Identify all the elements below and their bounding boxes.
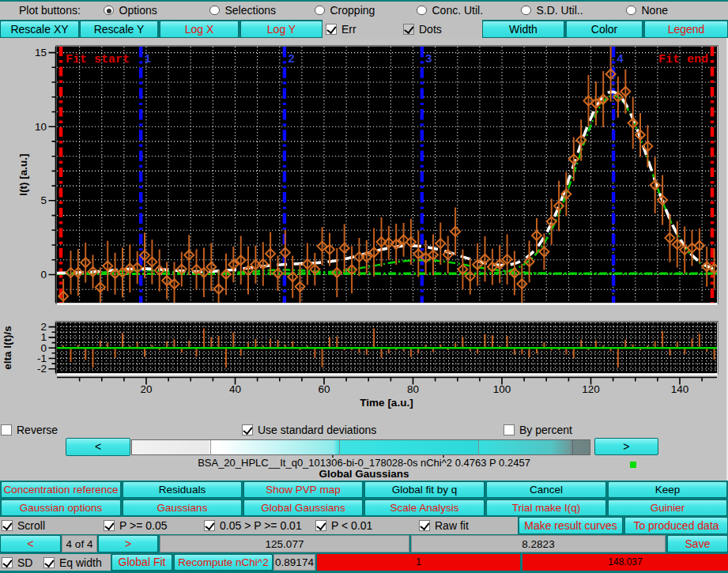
svg-text:2: 2 [288, 53, 295, 66]
svg-text:120: 120 [582, 383, 600, 395]
svg-text:100: 100 [493, 383, 511, 395]
svg-text:140: 140 [671, 383, 689, 395]
svg-text:Time [a.u.]: Time [a.u.] [360, 397, 413, 409]
svg-text:Fit start: Fit start [66, 53, 130, 66]
svg-text:4: 4 [617, 53, 624, 66]
svg-text:0: 0 [40, 269, 47, 281]
svg-text:I(t) [a.u.]: I(t) [a.u.] [17, 153, 29, 195]
svg-text:5: 5 [40, 194, 47, 206]
svg-text:-2: -2 [37, 363, 47, 375]
svg-text:Fit end: Fit end [658, 53, 708, 66]
svg-text:20: 20 [140, 383, 152, 395]
svg-text:10: 10 [35, 121, 47, 133]
svg-text:15: 15 [35, 47, 47, 58]
svg-text:60: 60 [318, 383, 330, 395]
svg-text:1: 1 [144, 53, 151, 66]
svg-text:40: 40 [229, 383, 241, 395]
svg-text:3: 3 [425, 53, 432, 66]
svg-text:80: 80 [407, 383, 419, 395]
svg-text:elta I(t)/s: elta I(t)/s [2, 326, 13, 370]
